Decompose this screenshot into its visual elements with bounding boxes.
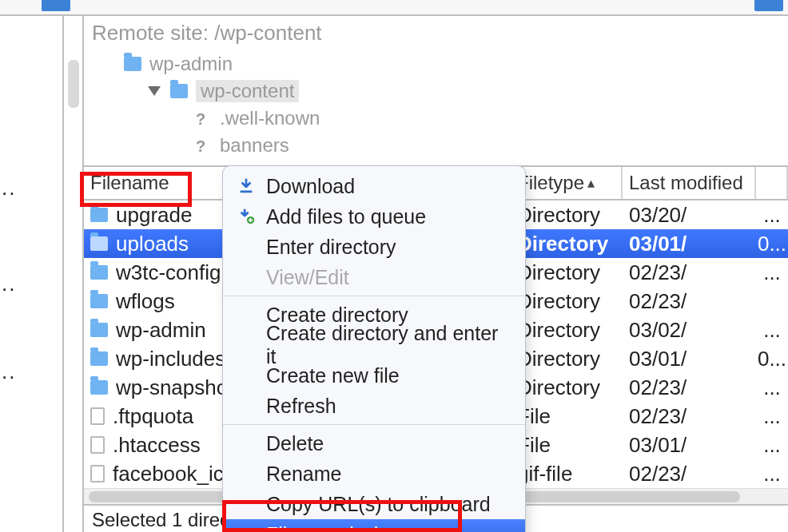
overflow-label: ... [763,433,781,457]
file-modified-label: 03/01/ [629,232,687,256]
file-name-label: wp-admin [116,318,206,343]
column-header-modified[interactable]: Last modified [623,167,756,199]
overflow-label: ... [763,203,781,227]
menu-item-create-and-enter[interactable]: Create directory and enter it [223,330,525,360]
file-name-label: wflogs [116,289,175,314]
menu-item-label: Refresh [266,395,336,418]
disclosure-triangle-icon[interactable] [148,86,161,96]
file-icon [90,465,105,482]
file-name-label: .ftpquota [113,404,193,429]
menu-item-copy-url[interactable]: Copy URL(s) to clipboard [223,489,525,519]
folder-icon [90,236,108,251]
menu-item-label: Enter directory [266,236,396,259]
file-type-label: Directory [517,318,600,342]
folder-icon [90,380,108,395]
splitter[interactable] [64,16,84,532]
folder-icon [90,265,108,280]
file-name-label: facebook_ic [113,462,224,486]
splitter-handle-icon[interactable] [68,60,79,108]
tree-item-well-known[interactable]: .well-known [92,105,780,132]
tree-item-banners[interactable]: banners [92,132,780,159]
overflow-label: ... [763,260,781,284]
menu-item-label: Copy URL(s) to clipboard [266,493,491,516]
selection-status-text: Selected 1 direct [92,509,235,531]
sort-ascending-icon: ▴ [587,174,595,192]
file-icon [90,436,105,454]
file-modified-label: 02/23/ [629,289,687,313]
file-name-label: upgrade [116,203,192,228]
remote-tree[interactable]: Remote site: /wp-content wp-admin wp-con… [84,16,788,167]
tree-item-label: wp-admin [149,53,233,75]
file-type-label: Directory [517,232,608,256]
overflow-label: ... [763,375,781,399]
file-modified-label: 03/01/ [629,347,687,371]
file-type-label: Directory [517,347,600,371]
download-icon [237,177,255,195]
menu-item-label: Create new file [266,364,400,387]
file-modified-label: 02/23/ [629,404,687,428]
folder-icon [90,323,108,337]
file-name-label: .htaccess [113,433,201,458]
tree-item-label: .well-known [220,107,320,129]
file-modified-label: 02/23/ [629,462,687,486]
file-modified-label: 02/23/ [629,260,687,284]
file-type-label: Directory [517,203,600,227]
file-modified-label: 02/23/ [629,375,687,399]
folder-icon [90,351,108,366]
file-name-label: w3tc-config [116,260,221,285]
menu-separator [223,296,525,296]
folder-icon [90,294,108,308]
file-modified-label: 03/20/ [629,203,687,227]
menu-item-label: Delete [266,432,324,455]
tree-item-label: banners [220,134,289,157]
remote-site-label: Remote site: /wp-content [92,21,780,46]
menu-item-label: View/Edit [266,266,349,289]
tree-item-wp-admin[interactable]: wp-admin [92,50,780,77]
file-type-label: Directory [517,375,600,399]
menu-item-label: Rename [266,463,342,486]
file-name-label: wp-includes [116,347,225,371]
menu-item-view-edit: View/Edit [223,262,525,292]
tree-item-wp-content[interactable]: wp-content [92,77,780,105]
menu-item-delete[interactable]: Delete [223,428,525,459]
menu-separator [223,424,525,425]
context-menu[interactable]: Download Add files to queue Enter direct… [222,165,526,532]
file-type-label: Directory [517,289,600,313]
left-local-panel: .. .. .. [0,16,64,532]
overflow-label: ... [763,404,781,428]
file-type-label: Directory [517,260,600,284]
toolbar-chip-left [42,0,70,11]
overflow-label: 0... [758,232,786,256]
menu-item-label: Download [266,175,355,198]
menu-item-label: Add files to queue [266,205,426,228]
ellipsis-icon: .. [2,359,16,384]
toolbar [0,0,788,16]
ellipsis-icon: .. [2,176,16,200]
column-header-overflow[interactable] [756,167,788,199]
tree-item-label: wp-content [196,80,299,102]
folder-icon [170,84,188,98]
overflow-label: ... [763,318,781,342]
toolbar-chip-right [754,0,783,11]
file-name-label: wp-snapshot [116,375,233,400]
menu-item-download[interactable]: Download [223,171,525,201]
file-name-label: uploads [116,232,189,256]
folder-icon [90,208,108,222]
overflow-label: 0... [758,347,786,371]
column-header-filetype[interactable]: Filetype▴ [511,167,623,199]
file-icon [90,407,105,425]
file-modified-label: 03/01/ [629,433,687,457]
menu-item-label: Create directory and enter it [266,322,511,368]
add-queue-icon [237,208,255,225]
menu-item-enter-directory[interactable]: Enter directory [223,232,525,262]
menu-item-rename[interactable]: Rename [223,459,525,489]
menu-item-refresh[interactable]: Refresh [223,391,525,421]
folder-icon [124,57,141,71]
unknown-icon [196,137,212,153]
menu-item-file-permissions[interactable]: File permissions... [223,519,525,532]
menu-item-label: File permissions... [266,523,427,533]
unknown-icon [196,110,212,126]
ellipsis-icon: .. [2,272,16,296]
menu-item-add-queue[interactable]: Add files to queue [223,201,525,232]
overflow-label: ... [763,462,781,486]
